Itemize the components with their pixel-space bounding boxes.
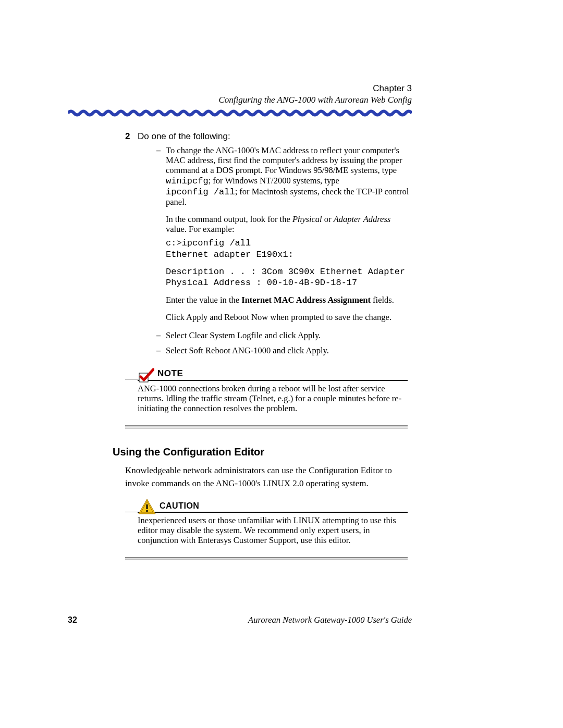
sub-item-2-body: Select Clear System Logfile and click Ap… (166, 331, 412, 341)
svg-rect-4 (146, 510, 148, 512)
note-label: Note (157, 368, 183, 380)
step-text: Do one of the following: (138, 131, 230, 142)
t: Enter the value in the (166, 295, 241, 305)
chapter-subtitle: Configuring the ANG-1000 with Aurorean W… (68, 95, 412, 105)
section-heading: Using the Configuration Editor (113, 446, 412, 458)
checkmark-icon (138, 367, 154, 383)
content-region: 2 Do one of the following: – To change t… (125, 131, 412, 356)
caution-block: Caution Inexperienced users or those unf… (125, 498, 408, 560)
t: In the command output, look for the (166, 214, 292, 224)
dash-bullet: – (156, 346, 166, 355)
step-number: 2 (125, 131, 138, 142)
sublist: – To change the ANG-1000's MAC address t… (156, 146, 412, 356)
sub-item-1: – To change the ANG-1000's MAC address t… (156, 146, 412, 323)
note-header: Note (138, 367, 408, 381)
inline-code-ipconfig: ipconfig /all (166, 187, 235, 197)
dash-bullet: – (156, 331, 166, 340)
ital-physical: Physical (292, 214, 322, 224)
para-4: Click Apply and Reboot Now when prompted… (166, 313, 412, 323)
svg-rect-3 (146, 504, 148, 509)
sub-item-3-body: Select Soft Reboot ANG-1000 and click Ap… (166, 346, 412, 356)
code-block-2: Description . . : 3Com 3C90x Ethernet Ad… (166, 266, 412, 289)
caution-header: Caution (138, 498, 408, 513)
t: To change the ANG-1000's MAC address to … (166, 145, 402, 175)
t: or (322, 214, 334, 224)
code-block-1: c:>ipconfig /all Ethernet adapter E190x1… (166, 238, 412, 260)
guide-title: Aurorean Network Gateway-1000 User's Gui… (248, 615, 412, 625)
warning-triangle-icon (138, 498, 156, 515)
para-1: To change the ANG-1000's MAC address to … (166, 146, 412, 207)
caution-closing-rule (125, 557, 408, 560)
sub-item-2: – Select Clear System Logfile and click … (156, 331, 412, 341)
ital-adapter-address: Adapter Address (334, 214, 391, 224)
t: value. For example: (166, 224, 235, 234)
page-number: 32 (68, 615, 77, 625)
dash-bullet: – (156, 146, 166, 155)
page-body: Chapter 3 Configuring the ANG-1000 with … (68, 83, 412, 560)
caution-label: Caution (160, 501, 199, 512)
para-3: Enter the value in the Internet MAC Addr… (166, 295, 412, 305)
t: fields. (371, 295, 394, 305)
caution-text: Inexperienced users or those unfamiliar … (138, 516, 408, 546)
section-paragraph: Knowledgeable network administrators can… (125, 464, 408, 490)
chapter-label: Chapter 3 (68, 83, 412, 94)
sub-item-1-body: To change the ANG-1000's MAC address to … (166, 146, 412, 323)
t: ; for Windows NT/2000 systems, type (209, 176, 339, 186)
para-2: In the command output, look for the Phys… (166, 215, 412, 235)
note-block: Note ANG-1000 connections broken during … (125, 367, 408, 428)
page-footer: 32 Aurorean Network Gateway-1000 User's … (68, 615, 412, 625)
step-2: 2 Do one of the following: (125, 131, 412, 142)
note-text: ANG-1000 connections broken during a reb… (138, 384, 408, 414)
bold-mac-assignment: Internet MAC Address Assignment (241, 295, 371, 305)
note-closing-rule (125, 425, 408, 428)
wave-divider-icon (68, 109, 412, 117)
inline-code-winipcfg: winipcfg (166, 176, 209, 186)
sub-item-3: – Select Soft Reboot ANG-1000 and click … (156, 346, 412, 356)
